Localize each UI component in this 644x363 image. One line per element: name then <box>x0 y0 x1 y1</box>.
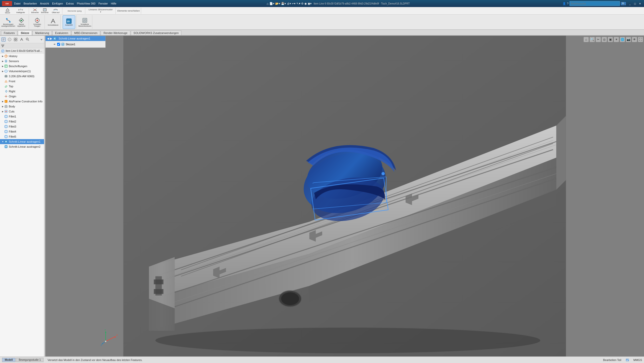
viewport[interactable]: ⌂ 🔍 ✂ ◎ ▣ ☀ 🌐 📷 👁 ⛶ <box>45 36 644 356</box>
tab-render[interactable]: Render-Werkzeuge <box>101 30 130 35</box>
tree-item-fillet2[interactable]: Fillet2 <box>0 119 45 124</box>
tree-item-right[interactable]: Right <box>0 89 45 94</box>
menu-extras[interactable]: Extras <box>66 2 74 5</box>
skizze-button[interactable]: Skizze <box>2 8 13 14</box>
tree-item-front[interactable]: Front <box>0 79 45 84</box>
tree-item-beschriftungen[interactable]: ▶ Beschriftungen <box>0 64 45 69</box>
tree-item-fillet3[interactable]: Fillet3 <box>0 124 45 129</box>
menu-datei[interactable]: Datei <box>14 2 21 5</box>
tree-item-material[interactable]: 3.206 (EN-AW 6060) <box>0 74 45 79</box>
sketch-arrow-icon <box>53 43 56 46</box>
home-icon[interactable]: ⌂ <box>267 2 269 6</box>
close-button[interactable]: ✕ <box>638 2 642 5</box>
search-button[interactable]: 🔍 <box>621 2 626 5</box>
tree-item-volumen[interactable]: ▶ Volumenkörper(1) <box>0 69 45 74</box>
minimize-button[interactable]: _ <box>628 2 632 5</box>
print-icon[interactable]: 🖨▾ <box>287 2 291 5</box>
tree-item-cuts[interactable]: ▶ Cuts <box>0 109 45 114</box>
history-expand[interactable]: ▶ <box>2 55 4 57</box>
tree-item-aluframe[interactable]: ▶ i AluFrame Construction Info <box>0 99 45 104</box>
new-icon[interactable]: 📄▾ <box>269 2 274 5</box>
tree-item-sensors[interactable]: ▶ Sensors <box>0 59 45 64</box>
tab-mbd[interactable]: MBD-Dimensionen <box>71 30 100 35</box>
tree-item-origin[interactable]: Origin <box>0 94 45 99</box>
view-display-style-icon[interactable]: ▣ <box>608 37 613 42</box>
svg-marker-57 <box>556 116 566 190</box>
undo-icon[interactable]: ↩▾ <box>292 2 296 5</box>
tree-item-schnitt2[interactable]: Schnitt-Linear austragen2 <box>0 144 45 149</box>
view-section-icon[interactable]: ✂ <box>596 37 601 42</box>
view-lighting-icon[interactable]: ☀ <box>614 37 619 42</box>
menu-einfuegen[interactable]: Einfügen <box>52 2 63 5</box>
view-expand-icon[interactable]: ⛶ <box>638 37 643 42</box>
tab-features[interactable]: Features <box>1 30 17 35</box>
menu-fenster[interactable]: Fenster <box>98 2 108 5</box>
body-expand[interactable]: ▶ <box>2 105 4 108</box>
tree-item-fillet4[interactable]: Fillet4 <box>0 129 45 134</box>
shaded-button[interactable]: SchattierteSkizzenkonturen <box>78 15 91 29</box>
tree-item-history[interactable]: ▶ History <box>0 54 45 59</box>
help-icon[interactable]: ? <box>567 2 569 5</box>
back-arrow-icon[interactable]: ◀ <box>47 37 49 40</box>
select-icon[interactable]: ↖▾ <box>296 2 300 5</box>
tab-markierung[interactable]: Markierung <box>32 30 52 35</box>
view-scene-icon[interactable]: 🌐 <box>620 37 625 42</box>
tree-item-fillet5[interactable]: Fillet5 <box>0 134 45 139</box>
menu-photoview[interactable]: PhotoView 360 <box>77 2 96 5</box>
pattern-button[interactable]: Lineares Skizzenmuster ▾ <box>87 7 114 14</box>
view-camera-icon[interactable]: 📷 <box>626 37 631 42</box>
shaded-icon <box>82 17 88 23</box>
menu-bearbeiten[interactable]: Bearbeiten <box>24 2 37 5</box>
panel-resize-handle[interactable] <box>44 36 45 356</box>
menu-hilfe[interactable]: Hilfe <box>111 2 116 5</box>
feature-tree-icon[interactable] <box>1 37 6 42</box>
offset-button[interactable]: Offset auf <box>50 8 61 14</box>
aluframe-expand[interactable]: ▶ <box>2 100 4 103</box>
open-icon[interactable]: 📂▾ <box>275 2 280 5</box>
mirror-button[interactable]: Elemente spiegeln <box>64 7 84 14</box>
tree-item-schnitt1[interactable]: ▼ Schnitt-Linear austragen1 <box>0 139 45 144</box>
convert-button[interactable]: Elemente <box>40 8 50 14</box>
command-search[interactable] <box>570 1 620 6</box>
volumen-expand[interactable]: ▶ <box>2 70 4 72</box>
bemasung-button[interactable]: 10 Intelligente <box>14 8 28 14</box>
skizze1-checkbox[interactable] <box>57 43 60 46</box>
view-appearance-icon[interactable]: ◎ <box>602 37 607 42</box>
schnitt2-label: Schnitt-Linear austragen2 <box>9 145 41 148</box>
trim-button[interactable]: Elemente <box>30 8 39 14</box>
tab-skizze[interactable]: Skizze <box>18 30 32 35</box>
view-hide-icon[interactable]: 👁 <box>632 37 637 42</box>
instant2d-button[interactable]: 2D Instant2D <box>63 15 75 29</box>
expand-panel-icon[interactable] <box>39 37 44 42</box>
beschriftungen-expand[interactable]: ▶ <box>2 65 4 67</box>
forward-arrow-icon[interactable]: ▶ <box>50 37 52 40</box>
search-panel-icon[interactable] <box>25 37 30 42</box>
tab-evaluieren[interactable]: Evaluieren <box>52 30 71 35</box>
user-icon[interactable]: 👤 <box>562 2 566 5</box>
repair-button[interactable]: Skizzereparieren <box>15 15 28 29</box>
snap-button[interactable]: SchnellesFangen <box>31 15 44 29</box>
tab-addons[interactable]: SOLIDWORKS Zusatzanwendungen <box>131 30 182 35</box>
config-manager-icon[interactable] <box>13 37 18 42</box>
move-button[interactable]: Elemente verschieben <box>117 7 140 14</box>
restore-button[interactable]: ◻ <box>633 2 637 5</box>
tree-item-body[interactable]: ▶ Body <box>0 104 45 109</box>
statusbar-tab-modell[interactable]: Modell <box>2 358 16 362</box>
schnellskizze-button[interactable]: Schnellskizze <box>47 15 59 29</box>
sensors-expand[interactable]: ▶ <box>2 60 4 62</box>
options-icon[interactable]: ⚙ <box>301 2 304 5</box>
schnitt1-expand[interactable]: ▼ <box>2 140 4 143</box>
menu-ansicht[interactable]: Ansicht <box>40 2 49 5</box>
view-zoom-icon[interactable]: 🔍 <box>590 37 595 42</box>
tree-item-fillet1[interactable]: Fillet1 <box>0 114 45 119</box>
statusbar-tab-bewegung[interactable]: Bewegungsstudie 1 <box>16 358 44 362</box>
view-orientation-icon[interactable]: ⌂ <box>584 37 589 42</box>
property-manager-icon[interactable]: i <box>7 37 12 42</box>
dim-expert-icon[interactable] <box>19 37 24 42</box>
render-icon[interactable]: ◉ <box>304 2 307 5</box>
display-icon[interactable]: ▣▾ <box>308 2 312 5</box>
relations-button[interactable]: ⇌ Beziehungenanzeigen/löschen <box>2 15 15 29</box>
save-icon[interactable]: 💾▾ <box>281 2 286 5</box>
tree-item-top[interactable]: Top <box>0 84 45 89</box>
cuts-expand[interactable]: ▶ <box>2 110 4 113</box>
